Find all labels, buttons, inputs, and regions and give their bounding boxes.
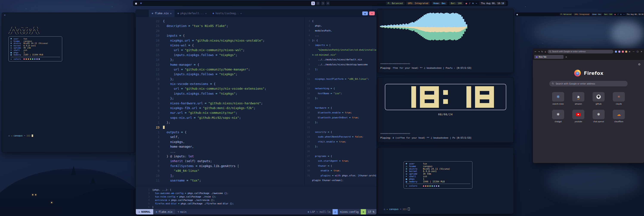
bluetooth-icon[interactable]: ⌁ bbox=[623, 13, 624, 15]
launcher-icon[interactable]: ▦ bbox=[135, 2, 137, 5]
bluetooth-icon[interactable]: ⌁ bbox=[476, 2, 477, 5]
youtube-icon bbox=[576, 113, 581, 116]
tag-icon[interactable]: ❄ bbox=[140, 2, 142, 5]
fetch-row-user: ☻usertux bbox=[10, 38, 60, 40]
code-line: 23 sudo.wheelNeedsPassword = false; bbox=[306, 134, 376, 139]
neovim-window: ❄flake.nix×❄pkgs/default...×❄hosts/isoIm… bbox=[136, 10, 377, 215]
extension-icon[interactable] bbox=[618, 51, 620, 53]
status-power-profile[interactable]: P: Balanced bbox=[560, 13, 572, 16]
code-line: 5}: { bbox=[306, 38, 376, 43]
wifi-icon[interactable]: ≋ bbox=[620, 13, 622, 15]
code-line: 4 home-manager, bbox=[137, 144, 304, 149]
workspace-3-button[interactable]: 3 bbox=[321, 2, 325, 5]
maximize-button[interactable]: ▢ bbox=[637, 51, 638, 53]
status-bar-primary: ▦ ❄ 1234 P: BalancedGPU: IntegratedHome:… bbox=[133, 1, 508, 6]
status-bar-secondary: ▦ P: BalancedGPU: IntegratedHome: 6msBat… bbox=[515, 13, 644, 16]
newtab-search-input[interactable]: Search with Google or enter address bbox=[549, 81, 628, 86]
record-icon[interactable]: ◉ bbox=[614, 13, 616, 15]
extension-icon[interactable] bbox=[622, 51, 624, 53]
amazon-icon: a bbox=[577, 95, 580, 99]
shortcut-youtube[interactable]: youtube bbox=[572, 110, 585, 123]
claude-icon: ✳ bbox=[617, 95, 620, 99]
editor-pane-pkgs-default[interactable]: 1{pkgs, ...}: {2 tux-awesome-wm-config =… bbox=[136, 186, 376, 209]
openai-icon: ✻ bbox=[597, 113, 600, 116]
status-battery[interactable]: Bat: 100 bbox=[449, 2, 464, 5]
launcher-icon[interactable]: ▦ bbox=[516, 13, 518, 16]
code-line: 3 nixpkgs, bbox=[137, 139, 304, 144]
buffer-tab-hosts/isoImag..[interactable]: ❄hosts/isoImag..× bbox=[210, 10, 245, 17]
workspace-4-button[interactable]: 4 bbox=[326, 2, 330, 5]
url-bar[interactable]: Search with Google or enter address bbox=[548, 50, 614, 54]
editor-pane-iso-nix[interactable]: 1{2 pkgs,3 modulesPath,4 ...5}: {6 impor… bbox=[304, 17, 376, 186]
clock-widget[interactable]: Thu Aug 08, 18:18 bbox=[626, 13, 644, 16]
code-line: 9 "x86_64-linux" bbox=[137, 168, 304, 173]
shortcut-github[interactable]: github bbox=[592, 92, 606, 105]
volume-icon[interactable]: ♪ bbox=[618, 13, 618, 15]
back-icon[interactable]: ← bbox=[535, 51, 536, 53]
status-power-profile[interactable]: P: Balanced bbox=[386, 2, 404, 5]
status-network-latency[interactable]: Home: 8ms bbox=[432, 2, 448, 5]
tab-close-icon[interactable]: × bbox=[205, 12, 207, 15]
shortcut-search.nixos[interactable]: ❄search.nixos bbox=[551, 92, 565, 105]
code-line: 31 plugins = with pkgs.xfce; [thunar-arc… bbox=[306, 173, 376, 178]
buffer-tab-flake.nix[interactable]: ❄flake.nix× bbox=[149, 10, 174, 17]
code-line: 20 }; bbox=[306, 120, 376, 125]
statusline: ✦NORMAL ❄flake.nix ⌥main ⚙LSP ~ null-ls … bbox=[136, 209, 376, 215]
gear-icon[interactable]: ⚙ bbox=[638, 63, 640, 66]
shortcut-chatgpt[interactable]: ✻chatgpt bbox=[551, 110, 565, 123]
status-network-latency[interactable]: Home: 6ms bbox=[591, 13, 602, 16]
code-line: 29 thunar = { bbox=[306, 164, 376, 168]
workspace-1-button[interactable]: 1 bbox=[311, 2, 315, 5]
code-line: 11 username = "tux"; bbox=[137, 178, 304, 183]
shortcut-cloudflare[interactable]: ☁cloudflare bbox=[612, 110, 626, 123]
gear-icon: ⚙ bbox=[308, 210, 309, 213]
record-icon[interactable]: ◉ bbox=[466, 2, 467, 5]
code-line: 1 }; bbox=[137, 120, 304, 125]
terminal-window-fastfetch-2[interactable]: ☻usertux⌂hnamecanopus❄distroNixOS 24.11 … bbox=[377, 147, 514, 214]
editor-cursor bbox=[163, 126, 165, 129]
eye-button[interactable]: ◉ bbox=[362, 12, 368, 15]
shortcut-claude[interactable]: ✳claude bbox=[612, 92, 626, 105]
shell-prompt[interactable]: ⌂→canopus~))) bbox=[8, 134, 33, 137]
code-line: 30 enable = true; bbox=[306, 168, 376, 173]
terminal-cursor bbox=[32, 134, 33, 137]
clock-widget[interactable]: Thu Aug 08, 18:18 bbox=[479, 2, 506, 5]
workspace-2-button[interactable]: 2 bbox=[316, 2, 320, 5]
code-line: 9 ]; bbox=[306, 67, 376, 72]
new-tab-button[interactable]: + bbox=[565, 56, 567, 58]
status-gpu[interactable]: GPU: Integrated bbox=[574, 13, 590, 16]
status-battery[interactable]: Bat: 100 bbox=[603, 13, 613, 16]
reload-icon[interactable]: ↻ bbox=[541, 51, 543, 53]
terminal-window-fastfetch[interactable]: / \ __ ~- -~ __ / \ / /\ \/ \ \/ / \/ /\… bbox=[2, 13, 135, 153]
tab-new-tab[interactable]: New Tab bbox=[534, 55, 564, 59]
minimize-button[interactable]: — bbox=[632, 51, 634, 53]
workspace-switcher: 1234 bbox=[311, 2, 330, 5]
close-buffer-button[interactable]: × bbox=[369, 12, 375, 15]
forward-icon[interactable]: → bbox=[538, 51, 540, 53]
shortcut-amazon[interactable]: aamazon bbox=[572, 92, 585, 105]
volume-icon[interactable]: ♪ bbox=[469, 2, 470, 5]
extension-icon[interactable] bbox=[625, 51, 627, 53]
code-line: 22 security = { bbox=[306, 130, 376, 134]
code-line: 8 url = "github:nix-community/nix-vscode… bbox=[137, 86, 304, 91]
buffer-tab-pkgs/default...[interactable]: ❄pkgs/default...× bbox=[174, 10, 210, 17]
shell-prompt[interactable]: ⌂→canopus~))) bbox=[384, 207, 410, 210]
extension-icon[interactable] bbox=[615, 51, 617, 53]
editor-pane-flake-nix[interactable]: 22{21 description = "tux's NixOS Flake";… bbox=[136, 17, 304, 186]
status-gpu[interactable]: GPU: Integrated bbox=[406, 2, 430, 5]
home-icon[interactable]: ⌂ bbox=[544, 51, 546, 53]
tab-close-icon[interactable]: × bbox=[240, 12, 242, 15]
audio-visualizer-window: =====================> Playing: ffee for… bbox=[377, 9, 514, 73]
code-line: plugin thunar-volman]; bbox=[306, 178, 376, 183]
home-icon: ⌂ bbox=[8, 134, 10, 137]
wifi-icon[interactable]: ≋ bbox=[472, 2, 474, 5]
house-light bbox=[51, 202, 52, 203]
close-button[interactable]: × bbox=[640, 51, 642, 53]
menu-icon[interactable]: ≡ bbox=[629, 51, 630, 53]
firefox-toolbar: ← → ↻ ⌂ Search with Google or enter addr… bbox=[533, 49, 644, 54]
tab-close-icon[interactable]: × bbox=[170, 12, 172, 15]
shortcut-chat.openai[interactable]: ✻chat.openai bbox=[592, 110, 606, 123]
code-line: 7 inputs.nixpkgs.follows = "nixpkgs"; bbox=[137, 91, 304, 96]
star bbox=[530, 190, 530, 190]
scroll-progress: 17 % bbox=[366, 209, 376, 215]
